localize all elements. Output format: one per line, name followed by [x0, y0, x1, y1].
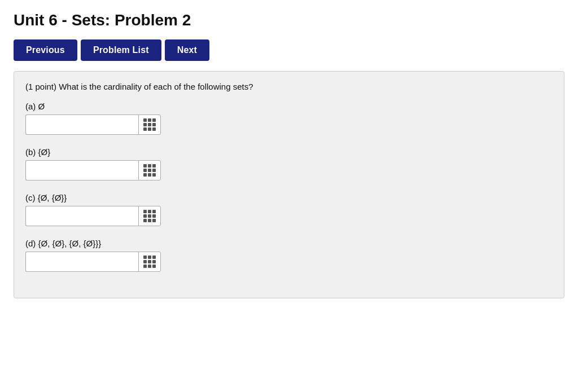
grid-icon-b: [143, 164, 156, 177]
input-row-d: [25, 252, 553, 272]
problem-instructions: (1 point) What is the cardinality of eac…: [25, 82, 553, 91]
problem-list-button[interactable]: Problem List: [81, 39, 161, 61]
grid-icon-a: [143, 118, 156, 131]
input-row-a: [25, 114, 553, 135]
sub-problem-b: (b) {Ø}: [25, 147, 553, 180]
grid-button-b[interactable]: [138, 160, 161, 180]
grid-button-d[interactable]: [138, 252, 161, 272]
page-title: Unit 6 - Sets: Problem 2: [14, 11, 564, 29]
sub-label-a: (a) Ø: [25, 102, 553, 111]
answer-input-c[interactable]: [25, 206, 138, 226]
sub-problem-d: (d) {Ø, {Ø}, {Ø, {Ø}}}: [25, 239, 553, 272]
grid-button-c[interactable]: [138, 206, 161, 226]
input-row-b: [25, 160, 553, 180]
input-row-c: [25, 206, 553, 226]
sub-label-c: (c) {Ø, {Ø}}: [25, 193, 553, 202]
previous-button[interactable]: Previous: [14, 39, 77, 61]
answer-input-a[interactable]: [25, 114, 138, 135]
nav-buttons: Previous Problem List Next: [14, 39, 564, 61]
sub-problem-a: (a) Ø: [25, 102, 553, 135]
grid-icon-d: [143, 256, 156, 268]
sub-problem-c: (c) {Ø, {Ø}}: [25, 193, 553, 226]
grid-button-a[interactable]: [138, 114, 161, 135]
grid-icon-c: [143, 210, 156, 222]
next-button[interactable]: Next: [165, 39, 209, 61]
sub-label-b: (b) {Ø}: [25, 147, 553, 157]
problem-box: (1 point) What is the cardinality of eac…: [14, 71, 564, 298]
answer-input-d[interactable]: [25, 252, 138, 272]
answer-input-b[interactable]: [25, 160, 138, 180]
sub-label-d: (d) {Ø, {Ø}, {Ø, {Ø}}}: [25, 239, 553, 248]
